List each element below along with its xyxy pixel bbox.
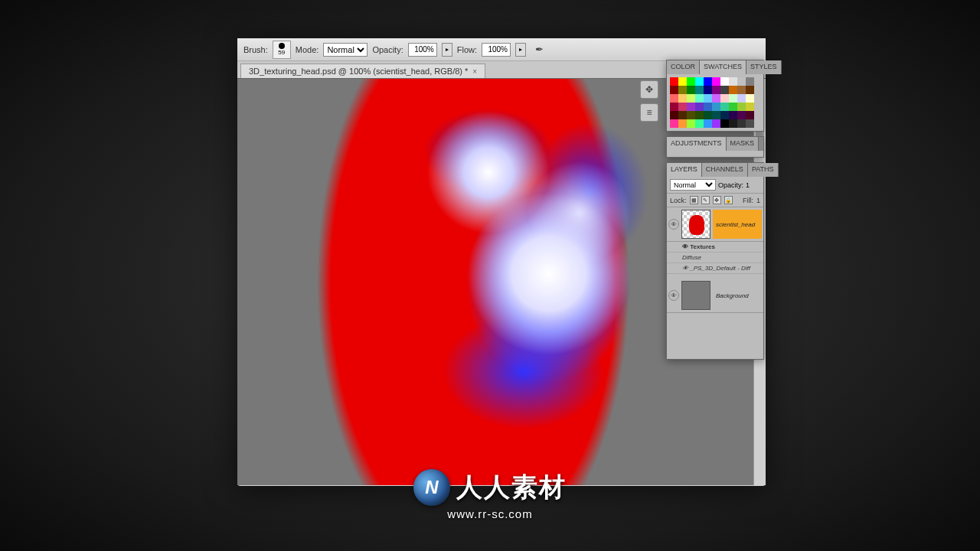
lock-transparent-icon[interactable]: ▦ xyxy=(690,196,698,204)
opacity-flyout-button[interactable]: ▸ xyxy=(442,43,452,57)
swatch[interactable] xyxy=(695,103,704,111)
swatch[interactable] xyxy=(695,111,704,119)
swatch[interactable] xyxy=(670,94,678,103)
fill-value[interactable]: 1 xyxy=(756,197,760,204)
layer-thumbnail[interactable] xyxy=(681,210,710,239)
swatch[interactable] xyxy=(746,86,754,94)
swatch[interactable] xyxy=(746,77,754,86)
lock-position-icon[interactable]: ✥ xyxy=(713,196,721,204)
swatch[interactable] xyxy=(737,111,746,119)
swatch[interactable] xyxy=(678,111,687,119)
swatch[interactable] xyxy=(720,77,729,86)
tab-paths[interactable]: PATHS xyxy=(748,163,779,177)
layer-thumbnail[interactable] xyxy=(681,281,710,310)
swatch[interactable] xyxy=(737,77,746,86)
layer-row-scientist-head[interactable]: 👁 scientist_head xyxy=(667,207,763,242)
swatch[interactable] xyxy=(704,86,712,94)
swatch[interactable] xyxy=(737,94,746,103)
swatch[interactable] xyxy=(695,94,704,103)
swatch[interactable] xyxy=(729,119,737,128)
lock-pixels-icon[interactable]: ✎ xyxy=(701,196,710,204)
swatch[interactable] xyxy=(737,103,746,111)
swatch[interactable] xyxy=(704,77,712,86)
swatch[interactable] xyxy=(729,103,737,111)
swatch[interactable] xyxy=(746,94,754,103)
swatch[interactable] xyxy=(720,119,729,128)
tab-channels[interactable]: CHANNELS xyxy=(702,163,748,177)
eye-small-icon[interactable]: 👁 xyxy=(682,265,690,272)
swatch[interactable] xyxy=(712,103,720,111)
layer-name[interactable]: Background xyxy=(713,292,762,299)
layer-blend-mode-select[interactable]: Normal xyxy=(670,179,716,191)
tab-color[interactable]: COLOR xyxy=(667,60,700,74)
navigator-icon[interactable]: ✥ xyxy=(640,80,658,99)
swatch[interactable] xyxy=(670,119,678,128)
swatch[interactable] xyxy=(704,94,712,103)
close-icon[interactable]: × xyxy=(472,67,477,76)
swatch[interactable] xyxy=(678,86,687,94)
swatches-grid[interactable] xyxy=(667,74,763,131)
opacity-input[interactable]: 100% xyxy=(408,43,437,57)
swatch[interactable] xyxy=(712,111,720,119)
swatch[interactable] xyxy=(670,103,678,111)
layer-row-background[interactable]: 👁 Background xyxy=(667,279,763,313)
brush-preset-picker[interactable]: 59 xyxy=(273,41,291,59)
swatch[interactable] xyxy=(670,86,678,94)
tab-styles[interactable]: STYLES xyxy=(746,60,782,74)
swatch[interactable] xyxy=(746,119,754,128)
swatch[interactable] xyxy=(712,86,720,94)
histogram-icon[interactable]: ≡ xyxy=(640,103,658,122)
diffuse-texture-item[interactable]: 👁 _PS_3D_Default - Diff xyxy=(667,263,763,274)
swatch[interactable] xyxy=(695,119,704,128)
swatch[interactable] xyxy=(729,77,737,86)
flow-input[interactable]: 100% xyxy=(482,43,511,57)
visibility-toggle-icon[interactable]: 👁 xyxy=(668,290,679,301)
swatch[interactable] xyxy=(695,77,704,86)
swatch[interactable] xyxy=(746,111,754,119)
swatch[interactable] xyxy=(737,119,746,128)
swatch[interactable] xyxy=(678,94,687,103)
lock-all-icon[interactable]: 🔒 xyxy=(724,196,733,204)
swatch[interactable] xyxy=(720,86,729,94)
swatch[interactable] xyxy=(704,119,712,128)
visibility-toggle-icon[interactable]: 👁 xyxy=(668,219,679,230)
swatch[interactable] xyxy=(687,103,695,111)
swatch[interactable] xyxy=(729,86,737,94)
textures-group[interactable]: 👁 Textures xyxy=(667,242,763,253)
swatch[interactable] xyxy=(687,111,695,119)
document-tab[interactable]: 3D_texturing_head.psd @ 100% (scientist_… xyxy=(240,64,485,78)
swatch[interactable] xyxy=(670,77,678,86)
eye-small-icon[interactable]: 👁 xyxy=(682,243,690,250)
tab-masks[interactable]: MASKS xyxy=(727,137,760,151)
swatch[interactable] xyxy=(712,94,720,103)
swatch[interactable] xyxy=(670,111,678,119)
swatch[interactable] xyxy=(720,103,729,111)
swatch[interactable] xyxy=(720,94,729,103)
blend-mode-select[interactable]: Normal xyxy=(323,43,368,57)
tab-layers[interactable]: LAYERS xyxy=(667,163,702,177)
airbrush-toggle-icon[interactable]: ✒ xyxy=(531,43,547,57)
swatch[interactable] xyxy=(720,111,729,119)
swatch[interactable] xyxy=(737,86,746,94)
swatch[interactable] xyxy=(712,119,720,128)
swatch[interactable] xyxy=(678,103,687,111)
swatch[interactable] xyxy=(687,119,695,128)
swatch[interactable] xyxy=(729,94,737,103)
swatch[interactable] xyxy=(678,119,687,128)
tab-adjustments[interactable]: ADJUSTMENTS xyxy=(667,137,727,151)
swatch[interactable] xyxy=(687,94,695,103)
swatch[interactable] xyxy=(687,77,695,86)
swatch[interactable] xyxy=(704,103,712,111)
swatch[interactable] xyxy=(678,77,687,86)
swatch[interactable] xyxy=(687,86,695,94)
swatch[interactable] xyxy=(729,111,737,119)
tab-swatches[interactable]: SWATCHES xyxy=(700,60,746,74)
diffuse-group[interactable]: Diffuse xyxy=(667,253,763,263)
swatch[interactable] xyxy=(746,103,754,111)
swatch[interactable] xyxy=(695,86,704,94)
flow-flyout-button[interactable]: ▸ xyxy=(515,43,526,57)
layer-opacity-value[interactable]: 1 xyxy=(746,181,750,189)
swatch[interactable] xyxy=(712,77,720,86)
swatch[interactable] xyxy=(704,111,712,119)
layer-name[interactable]: scientist_head xyxy=(713,210,762,239)
